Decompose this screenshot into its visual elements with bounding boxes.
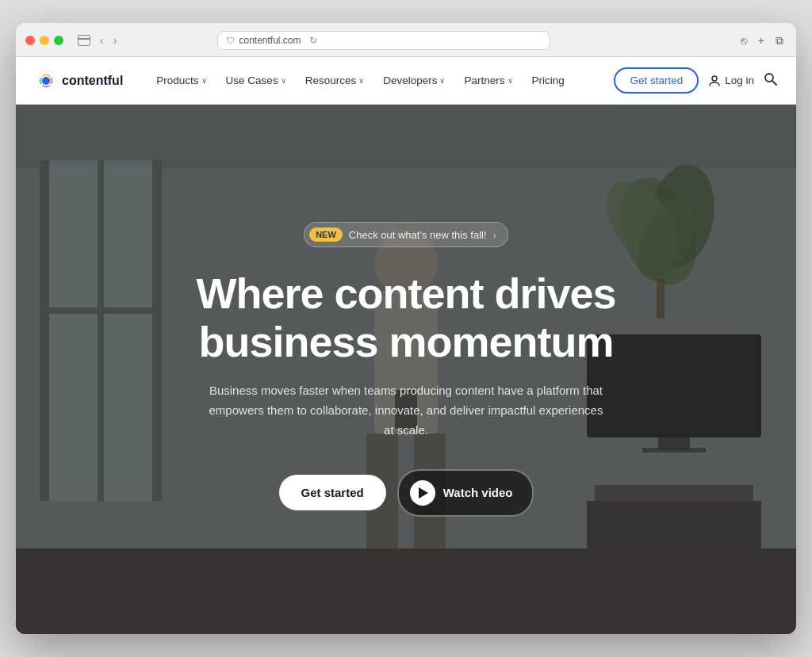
chevron-down-icon: ∨ bbox=[508, 76, 513, 85]
browser-window: ‹ › 🛡 contentful.com ↻ ⎋ + ⧉ bbox=[16, 23, 796, 634]
chevron-down-icon: ∨ bbox=[201, 76, 207, 85]
browser-chrome: ‹ › 🛡 contentful.com ↻ ⎋ + ⧉ bbox=[16, 23, 796, 57]
share-button[interactable]: ⎋ bbox=[737, 32, 750, 48]
logo-text: contentful bbox=[62, 74, 123, 88]
back-button[interactable]: ‹ bbox=[97, 32, 107, 48]
security-icon: 🛡 bbox=[226, 36, 235, 45]
copy-window-button[interactable]: ⧉ bbox=[772, 32, 787, 49]
search-icon bbox=[764, 72, 777, 86]
new-announcement-badge[interactable]: New Check out what's new this fall! › bbox=[304, 222, 508, 247]
browser-controls: ‹ › bbox=[75, 32, 120, 48]
svg-point-1 bbox=[42, 77, 50, 85]
nav-item-pricing[interactable]: Pricing bbox=[524, 70, 573, 91]
svg-point-2 bbox=[712, 76, 717, 81]
minimize-button[interactable] bbox=[40, 36, 49, 45]
navbar: contentful Products ∨ Use Cases ∨ Resour… bbox=[16, 57, 796, 105]
traffic-lights bbox=[25, 36, 63, 45]
window-switch-icon[interactable] bbox=[78, 35, 90, 46]
forward-button[interactable]: › bbox=[110, 32, 121, 48]
badge-new-label: New bbox=[309, 227, 343, 242]
hero-watch-video-button[interactable]: Watch video bbox=[397, 469, 534, 517]
address-bar[interactable]: 🛡 contentful.com ↻ bbox=[217, 31, 550, 50]
hero-section: New Check out what's new this fall! › Wh… bbox=[16, 105, 796, 634]
nav-actions: Get started Log in bbox=[614, 67, 777, 94]
svg-line-4 bbox=[772, 81, 776, 85]
reload-icon: ↻ bbox=[309, 35, 317, 46]
login-icon bbox=[708, 74, 721, 87]
nav-item-use-cases[interactable]: Use Cases ∨ bbox=[218, 70, 294, 91]
search-button[interactable] bbox=[764, 72, 777, 89]
chevron-down-icon: ∨ bbox=[281, 76, 286, 85]
play-triangle-icon bbox=[419, 487, 428, 498]
play-icon bbox=[410, 480, 435, 506]
browser-action-buttons: ⎋ + ⧉ bbox=[737, 32, 787, 49]
chevron-down-icon: ∨ bbox=[439, 76, 445, 85]
nav-item-developers[interactable]: Developers ∨ bbox=[375, 70, 453, 91]
url-text: contentful.com bbox=[239, 35, 301, 46]
nav-links: Products ∨ Use Cases ∨ Resources ∨ Devel… bbox=[148, 70, 614, 91]
fullscreen-button[interactable] bbox=[54, 36, 63, 45]
hero-subtitle: Business moves faster when teams produci… bbox=[208, 381, 604, 440]
nav-item-partners[interactable]: Partners ∨ bbox=[456, 70, 520, 91]
chevron-down-icon: ∨ bbox=[358, 76, 364, 85]
hero-get-started-button[interactable]: Get started bbox=[279, 475, 386, 510]
new-tab-button[interactable]: + bbox=[755, 32, 768, 48]
hero-title: Where content drives business momentum bbox=[196, 269, 615, 365]
nav-item-resources[interactable]: Resources ∨ bbox=[297, 70, 373, 91]
badge-arrow-icon: › bbox=[493, 229, 496, 241]
badge-announcement-text: Check out what's new this fall! bbox=[349, 229, 487, 241]
logo-icon bbox=[35, 70, 57, 92]
nav-item-products[interactable]: Products ∨ bbox=[148, 70, 214, 91]
close-button[interactable] bbox=[25, 36, 35, 45]
nav-get-started-button[interactable]: Get started bbox=[614, 67, 699, 94]
nav-login-button[interactable]: Log in bbox=[708, 74, 754, 87]
logo-link[interactable]: contentful bbox=[35, 70, 123, 92]
browser-body: contentful Products ∨ Use Cases ∨ Resour… bbox=[16, 57, 796, 634]
hero-buttons: Get started Watch video bbox=[196, 469, 615, 517]
hero-content: New Check out what's new this fall! › Wh… bbox=[180, 222, 631, 516]
